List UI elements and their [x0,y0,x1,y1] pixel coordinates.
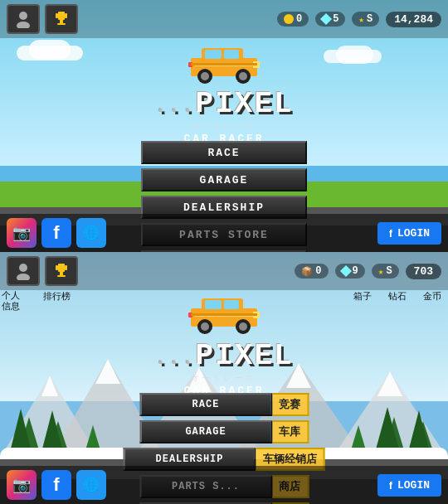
gold-currency-bottom: 703 [406,264,441,279]
fb-icon-bottom: f [389,479,392,492]
box-label: 箱子 [353,290,372,303]
svg-rect-51 [224,300,239,309]
coin-value-bottom: 0 [315,265,321,277]
diamond-value: 5 [333,13,338,25]
star-currency-bottom: ★ S [372,264,399,279]
svg-point-14 [239,72,247,80]
svg-rect-44 [56,265,58,270]
svg-point-53 [201,322,209,331]
star-currency: ★ S [352,12,379,27]
logo-title: ...PIXEL [154,90,293,119]
cloud [29,40,71,60]
trophy-icon [52,10,71,28]
globe-button-bottom[interactable]: 🌐 [76,470,106,500]
svg-rect-4 [65,13,67,18]
svg-rect-6 [57,23,66,25]
diamond-label: 钻石 [388,290,407,303]
logo-subtitle-bottom: オートレース [154,373,293,384]
svg-point-42 [17,274,30,280]
diamond-icon-bottom [339,265,351,277]
header-bar-bottom: 个人 信息 排行榜 📦 0 9 ★ S 703 [0,252,448,290]
svg-rect-3 [56,13,58,18]
trophy-annotation: 排行榜 [43,290,71,303]
top-panel: 0 5 ★ S 14,284 [0,0,448,252]
logo-subtitle: オートレース [154,121,293,132]
globe-button[interactable]: 🌐 [76,218,106,248]
star-label: S [367,13,373,25]
svg-rect-9 [205,50,222,59]
svg-rect-50 [205,300,222,309]
trophy-button-bottom[interactable] [45,256,78,286]
gold-currency: 14,284 [386,12,441,27]
currency-bar: 0 5 ★ S 14,284 [277,12,441,27]
star-icon-bottom: ★ [378,266,384,277]
race-button-bottom[interactable]: RACE [139,393,272,416]
currency-labels: 箱子 钻石 金币 [353,290,441,303]
race-row: RACE 竞赛 [139,393,309,416]
login-button[interactable]: f LOGIN [377,222,441,245]
facebook-button-bottom[interactable]: f [41,470,71,500]
logo-title-bottom: ...PIXEL [154,342,293,371]
svg-rect-2 [58,12,65,20]
currency-bar-bottom: 📦 0 9 ★ S 703 [295,264,441,279]
car-display-bottom [178,292,270,337]
diamond-currency: 5 [315,12,345,27]
garage-row: GARAGE 车库 [139,420,309,443]
svg-rect-47 [57,275,66,277]
garage-button[interactable]: GARAGE [141,168,307,191]
gold-value-bottom: 703 [414,265,433,278]
garage-cn-label[interactable]: 车库 [272,420,309,443]
coin-icon [284,14,294,24]
login-button-bottom[interactable]: f LOGIN [377,474,441,497]
profile-button-bottom[interactable] [7,256,40,286]
svg-rect-59 [195,316,253,317]
social-bar-top: 📷 f 🌐 f LOGIN [0,214,448,252]
instagram-button[interactable]: 📷 [7,218,37,248]
social-bar-bottom: 📷 f 🌐 f LOGIN [0,466,448,504]
profile-icon-bottom [14,262,32,280]
svg-point-1 [17,22,30,28]
svg-rect-17 [191,63,257,65]
svg-point-55 [239,322,247,331]
svg-rect-10 [224,50,239,59]
bottom-panel: 个人 信息 排行榜 📦 0 9 ★ S 703 箱子 钻石 [0,252,448,504]
login-label: LOGIN [397,227,430,240]
svg-rect-18 [195,65,253,66]
cloud [336,46,373,64]
profile-annotation: 个人 信息 [2,290,20,312]
box-icon: 📦 [301,266,313,277]
facebook-login-icon: f [389,227,392,240]
trophy-icon-bottom [52,262,71,280]
logo-area: ...PIXEL オートレース CAR RACER [154,90,293,145]
trophy-button[interactable] [45,4,78,34]
star-icon: ★ [358,14,364,25]
svg-rect-5 [60,20,63,23]
race-button[interactable]: RACE [141,141,307,164]
svg-rect-43 [58,264,65,272]
diamond-value-bottom: 9 [353,265,358,277]
diamond-icon [320,13,332,25]
box-currency: 📦 0 [295,264,328,279]
garage-button-bottom[interactable]: GARAGE [139,420,272,443]
diamond-currency-bottom: 9 [335,264,365,279]
instagram-button-bottom[interactable]: 📷 [7,470,37,500]
svg-point-12 [201,72,209,80]
coin-value: 0 [296,13,302,25]
race-cn-label[interactable]: 竞赛 [272,393,309,416]
car-image-bottom [178,292,270,337]
logo-dots-bottom: ... [154,347,195,370]
svg-point-41 [19,264,27,272]
logo-area-bottom: ...PIXEL オートレース CAR RACER [154,342,293,397]
gold-value: 14,284 [394,13,433,26]
car-display [178,41,270,87]
profile-button[interactable] [7,4,40,34]
logo-dots: ... [154,95,195,118]
svg-rect-46 [60,272,63,275]
car-image [178,41,270,87]
star-label-bottom: S [386,265,392,277]
facebook-button[interactable]: f [41,218,71,248]
coin-currency: 0 [277,12,309,27]
svg-point-0 [19,12,27,20]
profile-icon [14,10,32,28]
svg-rect-58 [191,313,257,316]
